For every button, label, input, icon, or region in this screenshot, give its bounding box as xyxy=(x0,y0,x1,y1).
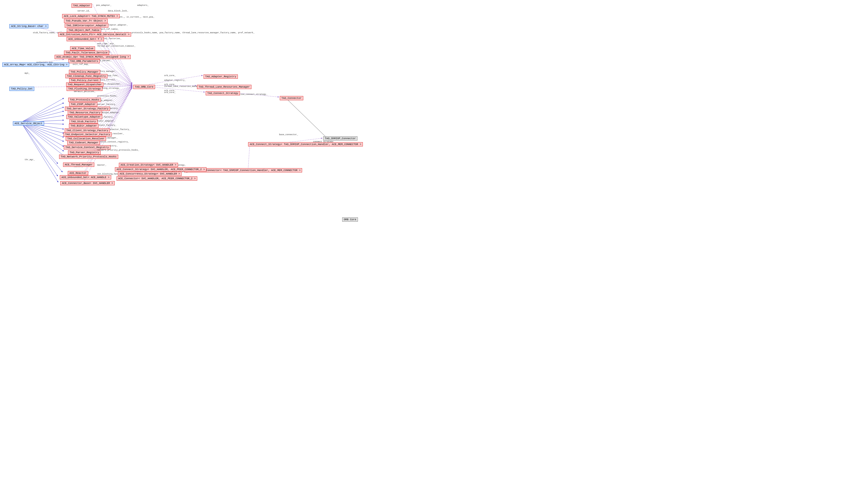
node-TAO_Adapter[interactable]: TAO_Adapter xyxy=(71,3,92,8)
node-TAO_Flushing_Strategy[interactable]: TAO_Flushing_Strategy xyxy=(67,87,102,91)
node-TAO_Resource_Factory[interactable]: TAO_Resource_Factory xyxy=(68,110,102,115)
svg-line-63 xyxy=(248,144,250,169)
svg-line-2 xyxy=(21,107,63,122)
edge-label-22: mpl_ xyxy=(24,72,30,74)
node-ACE_Creation_Strategy_SVC_HANDLER[interactable]: ACE_Creation_Strategy< SVC_HANDLER > xyxy=(119,163,178,167)
edge-label-48: orb_core_ xyxy=(164,91,176,94)
edge-label-2: server_id_ xyxy=(77,10,90,12)
node-ACE_Lock_Adapter_TAO_SYNCH_MUTEX[interactable]: ACE_Lock_Adapter< TAO_SYNCH_MUTEX > xyxy=(62,14,120,18)
edge-label-10: thread_per_connection_timeout_ xyxy=(97,45,135,47)
edge-label-14: exit_ref_map_ xyxy=(73,63,89,66)
node-TAO_Request_Dispatcher[interactable]: TAO_Request_Dispatcher xyxy=(66,83,103,87)
edge-label-49: active_connect_strategy_ xyxy=(237,93,267,96)
edge-label-16: policy_manager_ xyxy=(97,70,116,73)
edge-label-34: service_context_registry_ xyxy=(97,141,129,143)
svg-line-1 xyxy=(21,103,63,122)
edge-label-41: master_ xyxy=(97,164,106,166)
node-TAO_Network_Priority_Protocols_Hooks[interactable]: TAO_Network_Priority_Protocols_Hooks xyxy=(59,155,118,159)
arrows-svg xyxy=(0,0,868,495)
edge-label-23: protocols_hooks_ xyxy=(97,95,117,97)
node-ACE_Connector_Base_SVC_HANDLER[interactable]: ACE_Connector_Base< SVC_HANDLER > xyxy=(60,181,115,185)
svg-line-0 xyxy=(21,98,63,122)
edge-label-25: server_factory_ xyxy=(97,103,116,106)
node-TAO_Policy_Manager[interactable]: TAO_Policy_Manager xyxy=(69,70,100,74)
edge-label-53: base_connector_ xyxy=(279,134,298,136)
svg-line-15 xyxy=(21,122,62,172)
edge-label-30: client_factory_ xyxy=(97,124,116,126)
node-TAO_Adapter_Registry[interactable]: TAO_Adapter_Registry xyxy=(203,74,238,79)
node-ACE_Array_Map_ACE_CString_ACE_CString[interactable]: ACE_Array_Map< ACE_CString, ACE_CString … xyxy=(2,63,69,67)
node-TAO_ShMIOP_Connector[interactable]: TAO_ShMIOP_Connector xyxy=(323,136,357,140)
edge-label-1: adapters_ xyxy=(137,4,149,6)
node-TAO_Cleanup_Func_Registry[interactable]: TAO_Cleanup_Func_Registry xyxy=(65,74,108,78)
node-TAO_Protocols_Hooks[interactable]: TAO_Protocols_Hooks xyxy=(68,98,101,102)
node-TAO_Codeset_Manager[interactable]: TAO_Codeset_Manager xyxy=(67,140,100,145)
node-TAO_IORInterceptor_Adapter[interactable]: TAO_IORInterceptor_Adapter xyxy=(65,23,108,28)
node-TAO_Endpoint_Selector_Factory[interactable]: TAO_Endpoint_Selector_Factory xyxy=(64,132,112,137)
node-ACE_Connector_SVC_HANDLER_ACE_PEER_CONNECTOR_2[interactable]: ACE_Connector< SVC_HANDLER, ACE_PEER_CON… xyxy=(117,176,197,181)
svg-line-12 xyxy=(21,122,63,151)
node-TAO_Policy_Set[interactable]: TAO_Policy_Set xyxy=(10,87,34,91)
edge-label-44: adapter_registry_ xyxy=(164,79,186,82)
node-TAO_Service_Context_Registry[interactable]: TAO_Service_Context_Registry xyxy=(64,145,111,150)
node-TAO_ZIOP_Adapter[interactable]: TAO_ZIOP_Adapter xyxy=(69,102,97,106)
edge-label-3: data_block_lock_ xyxy=(108,10,128,12)
node-TAO_Thread_Lane_Resources_Manager[interactable]: TAO_Thread_Lane_Resources_Manager xyxy=(197,85,251,89)
svg-line-16 xyxy=(21,122,58,176)
node-TAO_BiDir_Adapter[interactable]: TAO_BiDir_Adapter xyxy=(69,124,98,128)
svg-line-3 xyxy=(21,111,63,122)
svg-line-14 xyxy=(21,122,58,163)
node-TAO_Connect_Strategy[interactable]: TAO_Connect_Strategy xyxy=(206,91,240,95)
edge-label-9: max_time, min_ xyxy=(97,42,115,45)
node-TAO_Connector[interactable]: TAO_Connector xyxy=(280,96,303,100)
node-TAO_Parser_Registry[interactable]: TAO_Parser_Registry xyxy=(68,150,101,155)
svg-line-17 xyxy=(21,122,58,182)
node-TAO_Server_Strategy_Factory[interactable]: TAO_Server_Strategy_Factory xyxy=(65,107,110,111)
node-TAO_Policy_Current[interactable]: TAO_Policy_Current xyxy=(69,78,100,83)
edge-label-43: orb_core_ xyxy=(164,74,176,77)
diagram-container: TAO_AdapterACE_Lock_Adapter< TAO_SYNCH_M… xyxy=(0,0,868,495)
node-ACE_Intrusive_Auto_Ptr_ACE_Service_Gestalt[interactable]: ACE_Intrusive_Auto_Ptr< ACE_Service_Gest… xyxy=(58,32,131,36)
node-ACE_Connect_Strategy_TAO_ShMIOP_Connection_Handler_ACE_MEM_CONNECTOR[interactable]: ACE_Connect_Strategy< TAO_ShMIOP_Connect… xyxy=(248,142,363,147)
node-ACE_Time_Value[interactable]: ACE_Time_Value xyxy=(70,46,95,51)
node-ACE_Atomic_Op_TAO_SYNCH_MUTEX_unsigned_long[interactable]: ACE_Atomic_Op< TAO_SYNCH_MUTEX, unsigned… xyxy=(55,55,131,59)
node-ACE_String_Base_char[interactable]: ACE_String_Base< char > xyxy=(10,24,48,28)
node-ACE_Thread_Manager[interactable]: ACE_Thread_Manager xyxy=(63,163,94,167)
edge-label-39: thr_mgr_ xyxy=(24,158,35,161)
svg-line-57 xyxy=(286,98,326,137)
node-ACE_Reactor[interactable]: ACE_Reactor xyxy=(68,171,88,175)
node-TAO_Fault_Tolerance_Service[interactable]: TAO_Fault_Tolerance_Service xyxy=(64,51,109,55)
node-ACE_Unbounded_Set_ACE_HANDLE[interactable]: ACE_Unbounded_Set< ACE_HANDLE > xyxy=(60,175,111,180)
node-TAO_ORB_Core[interactable]: TAO_ORB_Core xyxy=(133,85,155,89)
node-TAO_Pseudo_Var_T_Object[interactable]: TAO_Pseudo_Var_T< Object > xyxy=(64,19,108,23)
node-ORB_Core[interactable]: ORB Core xyxy=(342,217,358,222)
node-TAO_Stub_Factory[interactable]: TAO_Stub_Factory xyxy=(69,119,98,124)
node-ACE_Service_Object[interactable]: ACE_Service_Object xyxy=(13,121,44,125)
svg-line-13 xyxy=(21,122,63,155)
edge-label-0: pos_adapter_ xyxy=(96,4,111,6)
node-TAO_Client_Strategy_Factory[interactable]: TAO_Client_Strategy_Factory xyxy=(65,129,110,133)
svg-line-11 xyxy=(21,122,63,146)
node-ACE_Concurrency_Strategy_SVC_HANDLER[interactable]: ACE_Concurrency_Strategy< SVC_HANDLER > xyxy=(118,172,181,176)
node-ACE_Unbounded_Set_T[interactable]: ACE_Unbounded_Set< T > xyxy=(67,37,104,41)
edge-label-29: bidir_adapter_ xyxy=(97,120,115,122)
node-TAO_Collocation_Resolver[interactable]: TAO_Collocation_Resolver xyxy=(66,137,106,141)
node-TAO_ORB_Parameters[interactable]: TAO_ORB_Parameters xyxy=(68,59,100,63)
node-TAO_Object_Ref_Table[interactable]: TAO_Object_Ref_Table xyxy=(67,28,101,32)
node-ACE_Connect_Strategy_SVC_HANDLER_ACE_PEER_CONNECTOR_2[interactable]: ACE_Connect_Strategy< SVC_HANDLER, ACE_P… xyxy=(115,167,207,171)
node-TAO_Valuetype_Adapter[interactable]: TAO_Valuetype_Adapter xyxy=(66,115,102,119)
edge-label-46: thread_lane_resources_manager_ xyxy=(164,85,202,88)
